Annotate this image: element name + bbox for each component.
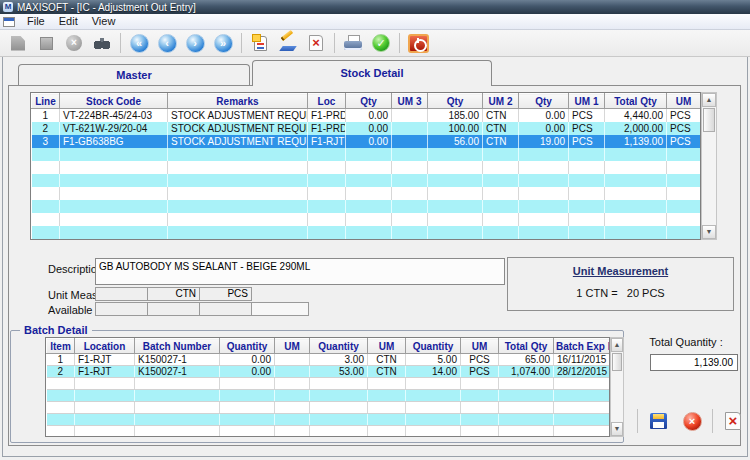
cell[interactable]: 1: [47, 354, 75, 366]
confirm-button[interactable]: ✓: [368, 31, 394, 55]
cell[interactable]: F1-PRD: [308, 122, 346, 135]
col-um[interactable]: UM: [461, 339, 499, 354]
search-button[interactable]: [89, 31, 115, 55]
menu-view[interactable]: View: [85, 15, 123, 27]
cell[interactable]: 0.00: [220, 354, 275, 366]
cell[interactable]: 0.00: [220, 366, 275, 378]
print-button[interactable]: [340, 31, 366, 55]
cell[interactable]: 1,139.00: [605, 135, 667, 148]
cell[interactable]: F1-RJT: [308, 135, 346, 148]
delete-record-button[interactable]: ×: [303, 31, 329, 55]
col-total-qty[interactable]: Total Qty: [605, 94, 667, 109]
batch-row-2[interactable]: 2F1-RJTK150027-10.0053.00CTN14.00PCS1,07…: [47, 366, 610, 378]
cell[interactable]: 5.00: [406, 354, 461, 366]
cell[interactable]: 16/11/2015: [554, 354, 610, 366]
col-qty[interactable]: Qty: [346, 94, 392, 109]
new-record-button[interactable]: [247, 31, 273, 55]
exit-button[interactable]: [405, 31, 431, 55]
cell[interactable]: 0.00: [346, 122, 392, 135]
col-um[interactable]: UM: [667, 94, 701, 109]
cell[interactable]: CTN: [483, 135, 519, 148]
cell[interactable]: PCS: [461, 354, 499, 366]
col-quantity[interactable]: Quantity: [406, 339, 461, 354]
cell[interactable]: STOCK ADJUSTMENT REQUEST BY SARAH F1: [168, 122, 308, 135]
next-record-button[interactable]: ›: [182, 31, 208, 55]
col-um-1[interactable]: UM 1: [569, 94, 605, 109]
cell[interactable]: PCS: [667, 135, 701, 148]
menu-edit[interactable]: Edit: [52, 15, 85, 27]
scroll-down-icon[interactable]: [611, 422, 623, 436]
cell[interactable]: PCS: [569, 109, 605, 122]
stock-row-5[interactable]: [32, 161, 701, 174]
stock-row-10[interactable]: [32, 226, 701, 239]
col-batch-exp-date[interactable]: Batch Exp Date: [554, 339, 610, 354]
scroll-up-icon[interactable]: [611, 338, 623, 352]
save-batch-button[interactable]: [642, 408, 674, 435]
cell[interactable]: PCS: [461, 366, 499, 378]
col-total-qty[interactable]: Total Qty: [499, 339, 554, 354]
cell[interactable]: K150027-1: [135, 366, 220, 378]
cell[interactable]: [392, 122, 428, 135]
cell[interactable]: VT-224BR-45/24-03: [60, 109, 168, 122]
available-qty-field-1[interactable]: [95, 302, 148, 316]
stock-row-8[interactable]: [32, 200, 701, 213]
previous-record-button[interactable]: ‹: [154, 31, 180, 55]
cell[interactable]: CTN: [483, 109, 519, 122]
menu-file[interactable]: File: [20, 15, 52, 27]
scroll-up-icon[interactable]: [702, 93, 716, 107]
cell[interactable]: [275, 366, 310, 378]
batch-row-4[interactable]: [47, 390, 610, 402]
cancel-batch-button[interactable]: ×: [676, 408, 708, 435]
cell[interactable]: 0.00: [346, 109, 392, 122]
cell[interactable]: 19.00: [519, 135, 569, 148]
um-field-2[interactable]: CTN: [147, 287, 200, 301]
scrollbar-thumb[interactable]: [703, 108, 715, 132]
total-quantity-field[interactable]: 1,139.00: [650, 354, 738, 371]
stock-row-4[interactable]: [32, 148, 701, 161]
batch-row-7[interactable]: [47, 426, 610, 438]
cell[interactable]: 14.00: [406, 366, 461, 378]
um-field-3[interactable]: PCS: [199, 287, 252, 301]
cell[interactable]: [392, 135, 428, 148]
cell[interactable]: PCS: [667, 109, 701, 122]
um-field-1[interactable]: [95, 287, 148, 301]
stock-row-1[interactable]: 1VT-224BR-45/24-03STOCK ADJUSTMENT REQUE…: [32, 109, 701, 122]
col-um[interactable]: UM: [275, 339, 310, 354]
available-qty-field-4[interactable]: [251, 302, 309, 316]
tab-master[interactable]: Master: [18, 64, 250, 85]
edit-record-button[interactable]: [275, 31, 301, 55]
cell[interactable]: 3.00: [310, 354, 368, 366]
scroll-down-icon[interactable]: [702, 225, 716, 239]
col-loc[interactable]: Loc: [308, 94, 346, 109]
cell[interactable]: 65.00: [499, 354, 554, 366]
col-um[interactable]: UM: [368, 339, 406, 354]
col-stock-code[interactable]: Stock Code: [60, 94, 168, 109]
batch-row-5[interactable]: [47, 402, 610, 414]
cell[interactable]: VT-621W-29/20-04: [60, 122, 168, 135]
stock-row-7[interactable]: [32, 187, 701, 200]
col-location[interactable]: Location: [75, 339, 135, 354]
cell[interactable]: 0.00: [346, 135, 392, 148]
cell[interactable]: 185.00: [428, 109, 483, 122]
cell[interactable]: 2,000.00: [605, 122, 667, 135]
cell[interactable]: 0.00: [519, 122, 569, 135]
cell[interactable]: 3: [32, 135, 60, 148]
cell[interactable]: PCS: [667, 122, 701, 135]
stock-row-9[interactable]: [32, 213, 701, 226]
batch-row-6[interactable]: [47, 414, 610, 426]
cell[interactable]: F1-RJT: [75, 366, 135, 378]
batch-row-1[interactable]: 1F1-RJTK150027-10.003.00CTN5.00PCS65.001…: [47, 354, 610, 366]
col-line[interactable]: Line: [32, 94, 60, 109]
stock-row-3[interactable]: 3F1-GB638BGSTOCK ADJUSTMENT REQUEST BY S…: [32, 135, 701, 148]
col-quantity[interactable]: Quantity: [220, 339, 275, 354]
cell[interactable]: PCS: [569, 122, 605, 135]
cell[interactable]: 1,074.00: [499, 366, 554, 378]
col-um-3[interactable]: UM 3: [392, 94, 428, 109]
col-batch-number[interactable]: Batch Number: [135, 339, 220, 354]
last-record-button[interactable]: »: [210, 31, 236, 55]
cell[interactable]: [275, 354, 310, 366]
available-qty-field-2[interactable]: [147, 302, 200, 316]
cell[interactable]: 100.00: [428, 122, 483, 135]
cell[interactable]: 56.00: [428, 135, 483, 148]
cell[interactable]: 4,440.00: [605, 109, 667, 122]
